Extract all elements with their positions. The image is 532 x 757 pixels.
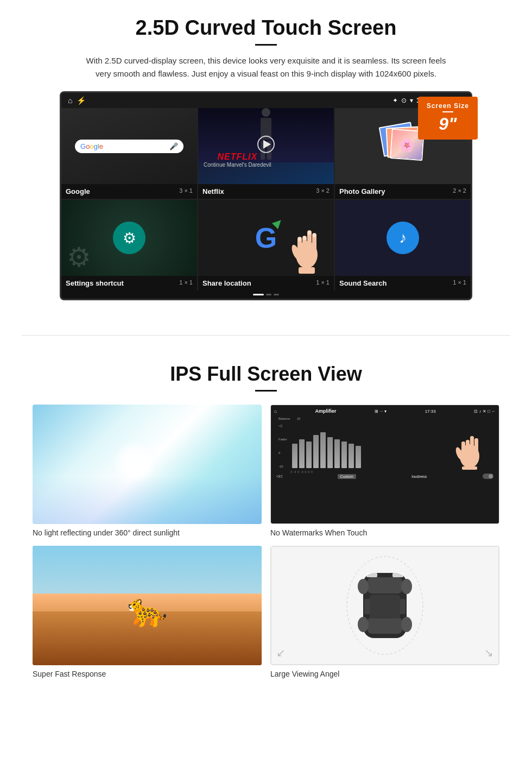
sound-app-name: Sound Search: [339, 279, 387, 287]
badge-size: 9": [427, 114, 469, 134]
svg-point-28: [401, 617, 412, 632]
share-app-name: Share location: [202, 279, 251, 287]
settings-app-name: Settings shortcut: [66, 279, 124, 287]
status-bar: ⌂ ⚡ ✦ ⊙ ▾ 15:06 ⊡ ♪ ✕ □: [61, 93, 471, 108]
page-indicator: [61, 291, 471, 299]
indicator-dot-2: [274, 294, 279, 295]
google-app-name: Google: [66, 187, 90, 195]
app-cell-netflix[interactable]: NETFLIX Continue Marvel's Daredevil Netf…: [198, 108, 334, 199]
bluetooth-icon: ✦: [392, 97, 398, 104]
angle-arrow-right: ↘: [484, 646, 493, 659]
amp-loudness-toggle: [483, 474, 493, 479]
netflix-app-name: Netflix: [202, 187, 224, 195]
hand-gesture: [290, 214, 323, 276]
eq-bar-7: [341, 441, 347, 468]
screen-size-badge: Screen Size 9": [418, 97, 478, 140]
app-cell-sound[interactable]: ♪ Sound Search 1 × 1: [335, 200, 471, 291]
app-cell-share[interactable]: G: [198, 200, 334, 291]
watermarks-image: ⌂ Amplifier ⊞ ··· ▾ 17:33 ⊡ ♪ ✕ □ ← Bala…: [270, 405, 499, 524]
amp-loudness-label: loudness: [411, 475, 427, 478]
y-label-0: 0: [278, 451, 287, 455]
num-4: -4: [294, 470, 296, 474]
settings-label-row: Settings shortcut 1 × 1: [61, 276, 197, 291]
g-letter-e: e: [99, 142, 103, 150]
badge-divider: [442, 111, 453, 112]
sunlight-image: [33, 405, 262, 524]
maps-icon-wrapper: G: [255, 222, 277, 254]
svg-rect-30: [392, 573, 403, 577]
amp-status-icons: ⊡ ♪ ✕ □ ←: [474, 409, 496, 414]
image-grid-row1: No light reflecting under 360° direct su…: [33, 405, 499, 537]
eq-bar-5: [327, 437, 333, 468]
indicator-dot-active: [253, 294, 264, 295]
app-grid: Google 🎤 Google 3 × 1: [61, 108, 471, 291]
badge-title: Screen Size: [427, 102, 469, 110]
sunlight-label: No light reflecting under 360° direct su…: [33, 528, 262, 537]
gallery-app-name: Photo Gallery: [339, 187, 385, 195]
share-cell-inner: G: [198, 200, 334, 276]
sound-app-size: 1 × 1: [453, 279, 466, 287]
amplifier-screen: ⌂ Amplifier ⊞ ··· ▾ 17:33 ⊡ ♪ ✕ □ ← Bala…: [271, 405, 499, 523]
maps-g-blue: G: [255, 222, 277, 254]
google-search-bar[interactable]: Google 🎤: [75, 140, 183, 153]
mic-icon: 🎤: [169, 142, 178, 150]
svg-rect-17: [462, 466, 477, 470]
netflix-branding: NETFLIX Continue Marvel's Daredevil: [204, 152, 271, 168]
netflix-logo-text: NETFLIX: [204, 152, 271, 162]
svg-rect-7: [303, 236, 306, 240]
usb-icon: ⚡: [77, 96, 86, 105]
amp-eq-area: ◁) Fader 0 -10: [274, 421, 496, 470]
svg-rect-14: [474, 438, 478, 455]
svg-rect-24: [370, 595, 400, 619]
svg-rect-6: [299, 267, 315, 274]
wifi-icon: ▾: [410, 97, 413, 104]
toggle-track[interactable]: [483, 474, 493, 479]
num-0b: 0: [305, 470, 306, 474]
google-label-row: Google 3 × 1: [61, 184, 197, 199]
music-note-icon: ♪: [399, 229, 407, 247]
eq-bar-2: [306, 441, 312, 468]
play-button[interactable]: [257, 136, 275, 153]
home-icon: ⌂: [68, 96, 72, 105]
share-app-size: 1 × 1: [316, 279, 330, 287]
img-item-watermarks: ⌂ Amplifier ⊞ ··· ▾ 17:33 ⊡ ♪ ✕ □ ← Bala…: [270, 405, 499, 537]
svg-point-27: [358, 617, 369, 632]
gear-icon: ⚙: [123, 229, 136, 247]
svg-point-25: [358, 579, 369, 594]
settings-app-size: 1 × 1: [179, 279, 193, 287]
hand-svg: [290, 214, 323, 274]
sky: [33, 546, 262, 594]
y-label-volume: ◁): [278, 424, 287, 427]
angle-arrow-left: ↙: [276, 646, 286, 659]
app-cell-google[interactable]: Google 🎤 Google 3 × 1: [61, 108, 197, 199]
toggle-thumb: [489, 474, 493, 478]
sound-label-row: Sound Search 1 × 1: [335, 276, 471, 291]
img-item-car: ↙ ↘ Large Viewing Angel: [270, 546, 499, 678]
gallery-label-row: Photo Gallery 2 × 2: [335, 184, 471, 199]
car-view-bg: ↙ ↘: [271, 546, 499, 665]
app-cell-settings[interactable]: ⚙ ⚙ Settings shortcut 1 × 1: [61, 200, 197, 291]
svg-rect-12: [466, 440, 470, 456]
eq-bar-9: [356, 446, 361, 468]
svg-rect-29: [366, 573, 377, 577]
num-0d: 0: [311, 470, 313, 474]
eq-label-balance: Balance: [278, 417, 290, 420]
amp-time: 17:33: [425, 409, 436, 414]
car-label: Large Viewing Angel: [270, 670, 499, 678]
img-item-sunlight: No light reflecting under 360° direct su…: [33, 405, 262, 537]
g-letter-g2: g: [94, 142, 98, 150]
svg-rect-20: [368, 577, 402, 594]
section2-title: IPS Full Screen View: [33, 363, 499, 386]
google-cell-inner: Google 🎤: [61, 108, 197, 184]
cheetah-bg: 🐆: [33, 546, 262, 665]
section-curved-screen: 2.5D Curved Touch Screen With 2.5D curve…: [0, 0, 532, 313]
g-letter-o2: o: [90, 142, 93, 150]
amp-title: Amplifier: [315, 408, 336, 414]
maps-g-letter: G: [255, 222, 277, 254]
section1-description: With 2.5D curved-display screen, this de…: [81, 54, 451, 80]
svg-rect-10: [298, 237, 301, 241]
share-label-row: Share location 1 × 1: [198, 276, 334, 291]
settings-icon-circle: ⚙: [113, 222, 145, 254]
svg-rect-8: [308, 231, 311, 235]
settings-cell-inner: ⚙ ⚙: [61, 200, 197, 276]
